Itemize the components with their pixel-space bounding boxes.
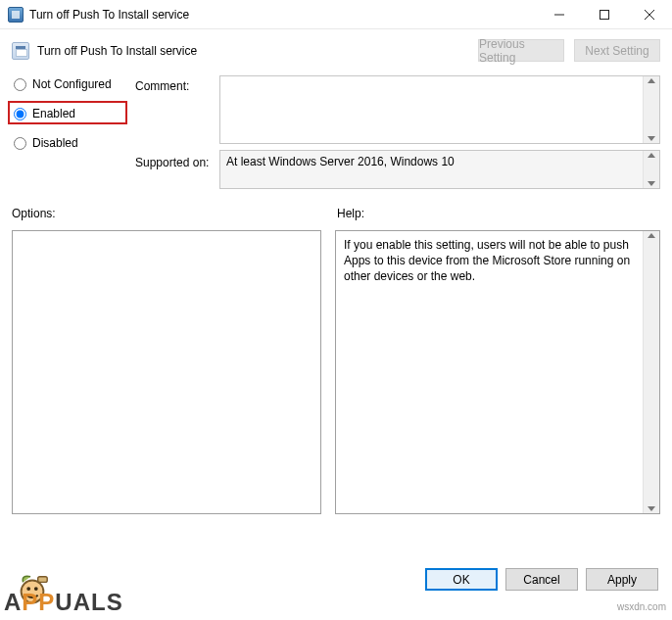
maximize-button[interactable] bbox=[582, 0, 627, 28]
scroll-down-icon bbox=[648, 136, 655, 141]
help-scrollbar[interactable] bbox=[643, 231, 659, 513]
scroll-up-icon bbox=[648, 78, 655, 83]
radio-enabled-label: Enabled bbox=[32, 107, 75, 120]
comment-textarea[interactable] bbox=[219, 75, 660, 144]
radio-enabled-input[interactable] bbox=[14, 108, 26, 120]
comment-label: Comment: bbox=[135, 75, 214, 93]
options-panel bbox=[12, 230, 321, 514]
radio-disabled-input[interactable] bbox=[14, 137, 26, 150]
upper-grid: Not Configured Enabled Disabled Comment:… bbox=[12, 75, 660, 189]
app-icon bbox=[8, 7, 24, 23]
supported-on-box: At least Windows Server 2016, Windows 10 bbox=[219, 150, 660, 189]
comment-scrollbar[interactable] bbox=[643, 76, 659, 143]
apply-button[interactable]: Apply bbox=[586, 568, 658, 591]
radio-disabled[interactable]: Disabled bbox=[12, 134, 129, 152]
window-controls bbox=[537, 0, 672, 28]
help-panel: If you enable this setting, users will n… bbox=[335, 230, 660, 514]
minimize-button[interactable] bbox=[537, 0, 582, 28]
comment-value bbox=[220, 76, 659, 84]
watermark-text-mid: PP bbox=[22, 589, 55, 615]
scroll-up-icon bbox=[648, 153, 655, 158]
policy-title: Turn off Push To Install service bbox=[37, 44, 470, 58]
svg-rect-7 bbox=[38, 577, 48, 583]
radio-not-configured[interactable]: Not Configured bbox=[12, 75, 129, 93]
dialog-footer: OK Cancel Apply bbox=[425, 568, 658, 591]
section-labels: Options: Help: bbox=[12, 207, 660, 220]
dialog-content: Turn off Push To Install service Previou… bbox=[0, 29, 672, 561]
radio-not-configured-input[interactable] bbox=[14, 78, 26, 91]
svg-rect-1 bbox=[600, 10, 609, 19]
radio-not-configured-label: Not Configured bbox=[32, 77, 112, 91]
lower-panels: If you enable this setting, users will n… bbox=[12, 230, 660, 514]
policy-header-row: Turn off Push To Install service Previou… bbox=[12, 39, 660, 62]
help-content: If you enable this setting, users will n… bbox=[336, 231, 659, 291]
maximize-icon bbox=[600, 10, 609, 20]
watermark-side: wsxdn.com bbox=[617, 601, 666, 612]
setting-radios: Not Configured Enabled Disabled bbox=[12, 75, 129, 164]
policy-icon bbox=[12, 42, 29, 60]
radio-enabled[interactable]: Enabled bbox=[12, 105, 129, 122]
scroll-down-icon bbox=[648, 181, 655, 186]
close-button[interactable] bbox=[627, 0, 672, 28]
next-setting-button[interactable]: Next Setting bbox=[574, 39, 660, 62]
watermark-main: APPUALS bbox=[4, 589, 123, 616]
ok-button[interactable]: OK bbox=[425, 568, 498, 591]
supported-on-value: At least Windows Server 2016, Windows 10 bbox=[220, 151, 659, 174]
cancel-button[interactable]: Cancel bbox=[505, 568, 578, 591]
radio-disabled-label: Disabled bbox=[32, 136, 78, 150]
watermark-text-pre: A bbox=[4, 589, 22, 615]
options-content bbox=[13, 231, 320, 243]
options-label: Options: bbox=[12, 207, 323, 220]
previous-setting-button[interactable]: Previous Setting bbox=[478, 39, 564, 62]
minimize-icon bbox=[554, 10, 564, 20]
nav-buttons: Previous Setting Next Setting bbox=[478, 39, 660, 62]
supported-scrollbar[interactable] bbox=[643, 151, 659, 188]
scroll-down-icon bbox=[648, 506, 655, 511]
scroll-up-icon bbox=[648, 233, 655, 238]
window-titlebar: Turn off Push To Install service bbox=[0, 0, 672, 29]
help-label: Help: bbox=[323, 207, 660, 220]
supported-on-label: Supported on: bbox=[135, 144, 214, 169]
close-icon bbox=[645, 10, 654, 20]
watermark-text-post: UALS bbox=[55, 589, 122, 615]
window-title: Turn off Push To Install service bbox=[29, 8, 537, 22]
